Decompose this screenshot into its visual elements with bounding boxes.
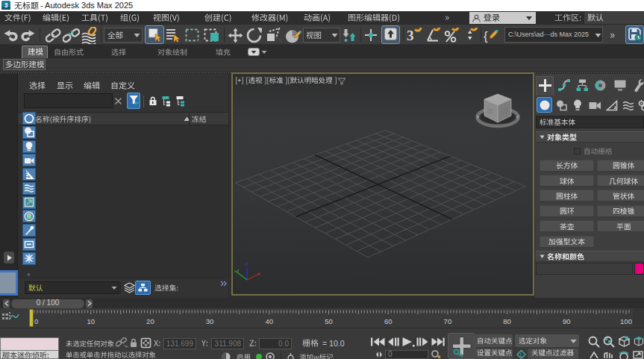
svg-text:z: z [246,260,248,267]
svg-text:{: { [484,29,488,43]
svg-text:3: 3 [4,1,8,9]
svg-text:3: 3 [407,28,414,43]
svg-text:1: 1 [519,352,523,358]
